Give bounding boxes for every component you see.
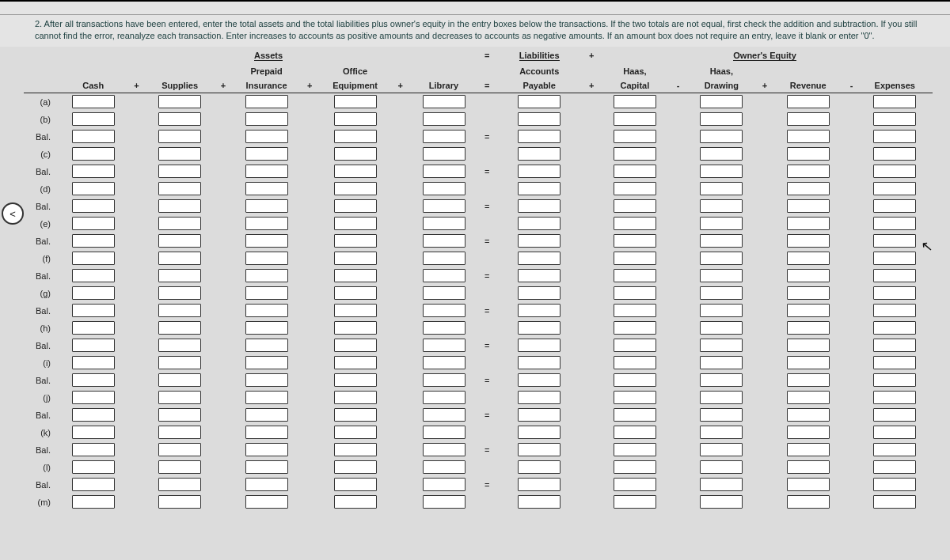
cell-equipment[interactable] bbox=[334, 373, 377, 387]
cell-supplies[interactable] bbox=[158, 460, 201, 474]
cell-equipment[interactable] bbox=[334, 460, 377, 474]
cell-drawing[interactable] bbox=[700, 321, 743, 335]
cell-revenue[interactable] bbox=[787, 130, 830, 143]
cell-expenses[interactable] bbox=[873, 112, 916, 126]
cell-payable[interactable] bbox=[518, 373, 560, 387]
cell-equipment[interactable] bbox=[334, 478, 377, 491]
cell-drawing[interactable] bbox=[700, 495, 743, 509]
cell-capital[interactable] bbox=[614, 321, 656, 335]
cell-revenue[interactable] bbox=[787, 339, 830, 352]
cell-library[interactable] bbox=[423, 286, 466, 300]
cell-supplies[interactable] bbox=[158, 199, 201, 213]
cell-supplies[interactable] bbox=[158, 234, 201, 248]
cell-library[interactable] bbox=[423, 339, 466, 352]
cell-capital[interactable] bbox=[614, 217, 656, 230]
cell-supplies[interactable] bbox=[158, 495, 201, 509]
cell-cash[interactable] bbox=[72, 478, 115, 491]
cell-equipment[interactable] bbox=[334, 426, 377, 439]
cell-library[interactable] bbox=[423, 391, 466, 404]
cell-capital[interactable] bbox=[614, 443, 656, 456]
cell-insurance[interactable] bbox=[245, 373, 288, 387]
cell-capital[interactable] bbox=[614, 373, 656, 387]
cell-payable[interactable] bbox=[518, 147, 560, 161]
cell-payable[interactable] bbox=[518, 165, 560, 178]
cell-capital[interactable] bbox=[614, 478, 656, 491]
cell-capital[interactable] bbox=[614, 460, 656, 474]
cell-capital[interactable] bbox=[614, 269, 656, 282]
cell-drawing[interactable] bbox=[700, 478, 743, 491]
cell-equipment[interactable] bbox=[334, 408, 377, 422]
cell-expenses[interactable] bbox=[873, 443, 916, 456]
cell-revenue[interactable] bbox=[787, 460, 830, 474]
cell-drawing[interactable] bbox=[700, 269, 743, 282]
cell-library[interactable] bbox=[423, 408, 466, 422]
cell-revenue[interactable] bbox=[787, 373, 830, 387]
cell-cash[interactable] bbox=[72, 217, 115, 230]
cell-supplies[interactable] bbox=[158, 339, 201, 352]
cell-revenue[interactable] bbox=[787, 252, 830, 265]
cell-equipment[interactable] bbox=[334, 391, 377, 404]
cell-expenses[interactable] bbox=[873, 269, 916, 282]
cell-equipment[interactable] bbox=[334, 269, 377, 282]
cell-insurance[interactable] bbox=[245, 112, 288, 126]
cell-library[interactable] bbox=[423, 130, 466, 143]
cell-drawing[interactable] bbox=[700, 234, 743, 248]
cell-library[interactable] bbox=[423, 443, 466, 456]
cell-revenue[interactable] bbox=[787, 269, 830, 282]
cell-cash[interactable] bbox=[72, 182, 115, 195]
cell-revenue[interactable] bbox=[787, 391, 830, 404]
cell-supplies[interactable] bbox=[158, 426, 201, 439]
cell-drawing[interactable] bbox=[700, 408, 743, 422]
cell-insurance[interactable] bbox=[245, 339, 288, 352]
cell-insurance[interactable] bbox=[245, 147, 288, 161]
cell-expenses[interactable] bbox=[873, 495, 916, 509]
cell-cash[interactable] bbox=[72, 495, 115, 509]
cell-drawing[interactable] bbox=[700, 373, 743, 387]
cell-supplies[interactable] bbox=[158, 304, 201, 317]
cell-payable[interactable] bbox=[518, 408, 560, 422]
cell-insurance[interactable] bbox=[245, 234, 288, 248]
cell-capital[interactable] bbox=[614, 182, 656, 195]
cell-revenue[interactable] bbox=[787, 165, 830, 178]
cell-insurance[interactable] bbox=[245, 217, 288, 230]
cell-insurance[interactable] bbox=[245, 460, 288, 474]
cell-insurance[interactable] bbox=[245, 130, 288, 143]
cell-cash[interactable] bbox=[72, 339, 115, 352]
cell-drawing[interactable] bbox=[700, 165, 743, 178]
cell-library[interactable] bbox=[423, 217, 466, 230]
cell-payable[interactable] bbox=[518, 182, 560, 195]
cell-equipment[interactable] bbox=[334, 182, 377, 195]
cell-drawing[interactable] bbox=[700, 130, 743, 143]
cell-cash[interactable] bbox=[72, 130, 115, 143]
cell-expenses[interactable] bbox=[873, 165, 916, 178]
cell-library[interactable] bbox=[423, 478, 466, 491]
cell-expenses[interactable] bbox=[873, 304, 916, 317]
cell-cash[interactable] bbox=[72, 165, 115, 178]
cell-equipment[interactable] bbox=[334, 252, 377, 265]
cell-supplies[interactable] bbox=[158, 269, 201, 282]
cell-drawing[interactable] bbox=[700, 182, 743, 195]
cell-supplies[interactable] bbox=[158, 130, 201, 143]
cell-supplies[interactable] bbox=[158, 321, 201, 335]
cell-capital[interactable] bbox=[614, 147, 656, 161]
cell-revenue[interactable] bbox=[787, 321, 830, 335]
cell-expenses[interactable] bbox=[873, 199, 916, 213]
cell-expenses[interactable] bbox=[873, 234, 916, 248]
cell-insurance[interactable] bbox=[245, 495, 288, 509]
cell-cash[interactable] bbox=[72, 199, 115, 213]
cell-supplies[interactable] bbox=[158, 165, 201, 178]
cell-supplies[interactable] bbox=[158, 391, 201, 404]
cell-payable[interactable] bbox=[518, 478, 560, 491]
cell-payable[interactable] bbox=[518, 426, 560, 439]
cell-library[interactable] bbox=[423, 234, 466, 248]
cell-drawing[interactable] bbox=[700, 252, 743, 265]
cell-cash[interactable] bbox=[72, 286, 115, 300]
cell-capital[interactable] bbox=[614, 339, 656, 352]
cell-expenses[interactable] bbox=[873, 356, 916, 369]
cell-cash[interactable] bbox=[72, 373, 115, 387]
cell-capital[interactable] bbox=[614, 426, 656, 439]
cell-capital[interactable] bbox=[614, 112, 656, 126]
cell-revenue[interactable] bbox=[787, 147, 830, 161]
cell-payable[interactable] bbox=[518, 95, 560, 108]
cell-supplies[interactable] bbox=[158, 408, 201, 422]
